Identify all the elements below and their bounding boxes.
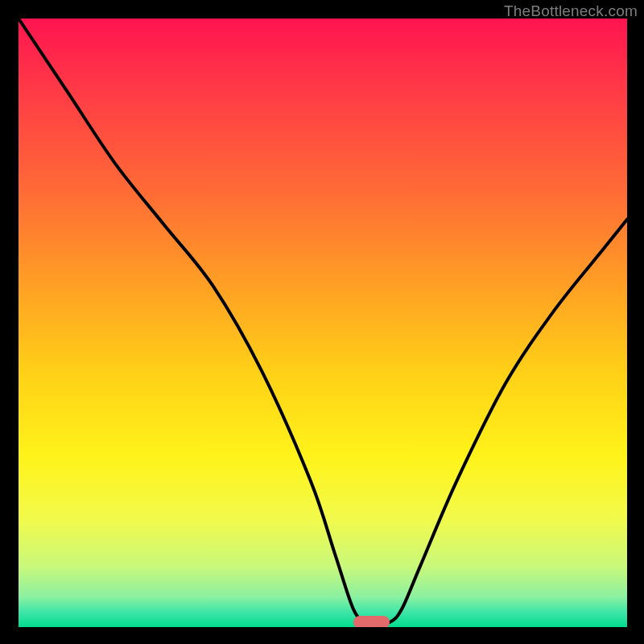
bottleneck-curve	[19, 19, 627, 627]
watermark-text: TheBottleneck.com	[504, 2, 638, 20]
chart-container: TheBottleneck.com	[0, 0, 644, 644]
optimal-marker	[353, 616, 390, 627]
plot-area	[19, 19, 627, 627]
